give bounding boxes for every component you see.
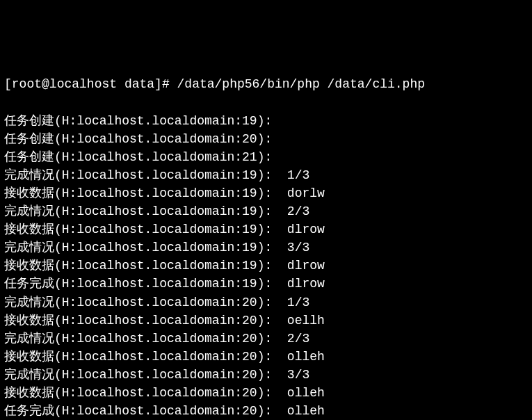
prompt-host: localhost [49, 77, 117, 91]
prompt-user: root [12, 77, 42, 91]
output-lines: 任务创建(H:localhost.localdomain:19): 任务创建(H… [4, 114, 339, 420]
prompt-symbol: # [162, 77, 170, 91]
command-text: /data/php56/bin/php /data/cli.php [177, 77, 425, 91]
prompt-dir: data [124, 77, 154, 91]
prompt-line: [root@localhost data]# /data/php56/bin/p… [4, 75, 528, 93]
prompt-prefix: [root@localhost data]# [4, 77, 170, 91]
terminal-output: [root@localhost data]# /data/php56/bin/p… [4, 75, 528, 420]
